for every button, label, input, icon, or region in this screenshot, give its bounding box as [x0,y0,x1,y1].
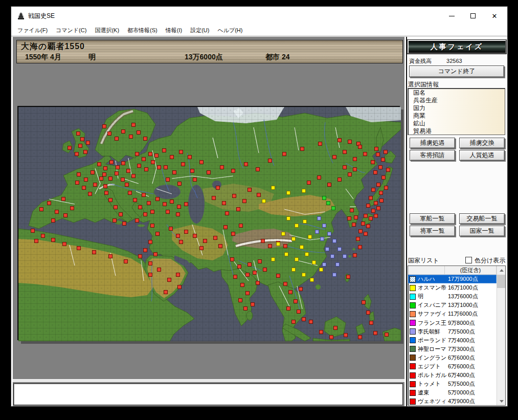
city-dot[interactable] [62,197,65,201]
info-list-item[interactable]: 商業 [413,112,505,120]
city-dot[interactable] [310,278,314,282]
city-dot[interactable] [157,268,161,272]
city-dot[interactable] [142,158,146,161]
nation-list-scrollbar[interactable] [497,266,505,405]
city-dot[interactable] [371,161,375,164]
city-dot[interactable] [232,169,235,173]
city-dot[interactable] [75,152,79,156]
city-dot[interactable] [182,163,185,166]
menu-item[interactable]: 設定(U) [186,25,213,36]
city-dot[interactable] [241,283,244,287]
city-dot[interactable] [292,268,296,272]
city-dot[interactable] [239,299,242,302]
city-dot[interactable] [358,145,362,149]
city-dot[interactable] [110,161,114,164]
nation-row[interactable]: 李氏朝鮮7万5000点 [408,327,497,336]
city-dot[interactable] [164,291,168,294]
city-dot[interactable] [256,281,260,285]
city-dot[interactable] [216,186,220,190]
city-dot[interactable] [370,321,373,325]
city-dot[interactable] [356,237,360,241]
city-dot[interactable] [82,186,86,190]
city-dot[interactable] [129,135,133,139]
city-dot[interactable] [125,183,129,187]
city-dot[interactable] [142,193,146,197]
city-dot[interactable] [362,301,366,304]
city-dot[interactable] [295,224,299,228]
city-dot[interactable] [277,274,280,278]
city-dot[interactable] [262,200,266,203]
city-dot[interactable] [330,336,333,339]
city-dot[interactable] [251,303,255,306]
nation-row[interactable]: ポルトガル...6万4000点 [408,371,497,380]
city-dot[interactable] [323,196,326,200]
city-dot[interactable] [295,258,299,261]
city-dot[interactable] [104,167,107,170]
city-dot[interactable] [68,146,72,150]
city-dot[interactable] [151,224,154,228]
city-dot[interactable] [285,253,288,256]
city-dot[interactable] [309,320,313,324]
city-dot[interactable] [179,240,183,244]
world-map[interactable] [17,106,400,340]
city-dot[interactable] [358,246,362,249]
city-dot[interactable] [77,173,81,176]
city-dot[interactable] [132,174,136,178]
city-dot[interactable] [132,123,136,127]
city-dot[interactable] [319,142,322,146]
city-dot[interactable] [177,205,181,209]
close-button[interactable]: ✕ [484,7,505,25]
city-dot[interactable] [128,191,132,195]
city-dot[interactable] [374,331,377,335]
city-dot[interactable] [71,207,74,210]
city-dot[interactable] [169,227,173,231]
city-dot[interactable] [384,150,388,154]
city-dot[interactable] [76,181,79,185]
city-dot[interactable] [244,307,247,311]
info-list-item[interactable]: 貿易港 [413,127,505,135]
scroll-up-button[interactable] [497,266,506,274]
city-dot[interactable] [348,140,352,144]
city-dot[interactable] [308,235,312,239]
city-dot[interactable] [258,260,262,263]
city-dot[interactable] [268,159,272,163]
city-dot[interactable] [283,152,286,156]
minimize-button[interactable] [441,7,462,25]
nation-row[interactable]: 明13万6000点 [408,292,497,301]
city-dot[interactable] [185,230,188,234]
city-dot[interactable] [354,216,358,219]
city-dot[interactable] [163,149,166,152]
city-dot[interactable] [374,214,378,218]
city-dot[interactable] [214,236,217,240]
city-dot[interactable] [336,263,340,267]
city-dot[interactable] [268,245,272,248]
personnel-button-3[interactable]: 人質処遇 [459,150,505,161]
city-dot[interactable] [122,130,125,134]
city-dot[interactable] [379,191,383,195]
city-dot[interactable] [318,217,321,220]
city-dot[interactable] [52,219,55,223]
city-dot[interactable] [109,198,112,202]
city-dot[interactable] [77,247,81,250]
city-dot[interactable] [151,161,155,164]
city-dot[interactable] [272,186,275,190]
menu-item[interactable]: ヘルプ(H) [213,25,246,36]
city-dot[interactable] [170,156,174,159]
city-dot[interactable] [374,202,378,205]
city-dot[interactable] [343,150,347,154]
city-dot[interactable] [372,209,375,213]
city-dot[interactable] [157,166,161,169]
city-dot[interactable] [127,169,130,173]
city-dot[interactable] [151,210,154,214]
city-dot[interactable] [379,166,382,169]
city-dot[interactable] [156,232,160,236]
city-dot[interactable] [204,239,207,243]
city-dot[interactable] [380,199,384,203]
city-dot[interactable] [338,139,342,142]
city-dot[interactable] [359,230,363,233]
city-dot[interactable] [367,225,370,228]
nation-row[interactable]: サファヴィー...11万6000点 [408,310,497,318]
city-dot[interactable] [344,334,348,337]
city-dot[interactable] [382,176,386,180]
city-dot[interactable] [40,208,43,211]
